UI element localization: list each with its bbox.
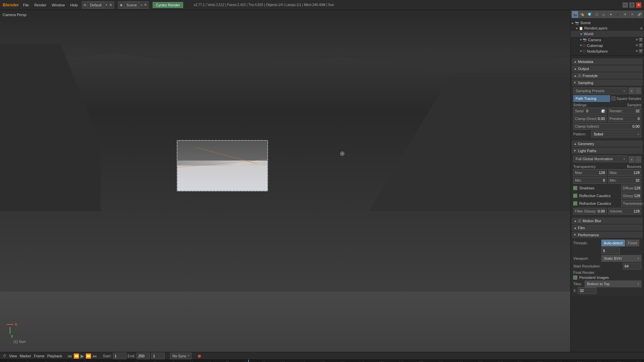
bounce-max-field[interactable]: Max: 128	[608, 169, 642, 176]
reflective-caustics-checkbox[interactable]	[573, 194, 577, 198]
fixed-button[interactable]: Fixed	[626, 240, 639, 246]
volume-field[interactable]: Volume: 128	[608, 208, 642, 215]
motion-blur-header[interactable]: ▸ Motion Blur	[572, 218, 643, 224]
world-icon-btn[interactable]: 🌍	[586, 11, 593, 18]
timeline-frame-btn[interactable]: Frame	[34, 354, 45, 358]
camera-render-icon[interactable]: 🎬	[639, 38, 643, 42]
cubemap-render-icon[interactable]: 🎬	[639, 44, 643, 47]
timeline-playback-btn[interactable]: Playback	[47, 354, 62, 358]
render-settings-icon[interactable]: 🎬	[572, 11, 578, 18]
viewport[interactable]: Camera Persp ⊕	[0, 10, 570, 352]
seed-field[interactable]: Seed 0 🎲	[573, 108, 607, 114]
light-paths-header[interactable]: ▾ Light Paths	[572, 147, 643, 154]
scene-tree-item-world[interactable]: ● World	[571, 31, 644, 37]
object-icon-btn[interactable]: ⬡	[593, 11, 600, 18]
static-bvh-dropdown[interactable]: Static BVH ▾	[601, 255, 641, 262]
diffuse-field[interactable]: Diffuse: 128	[621, 185, 641, 191]
scene-tree-item-nodesphere[interactable]: ▾ ⬡ NodeSphere 👁 🎬	[571, 48, 644, 54]
timeline-header: ⏱ View Marker Frame Playback ⏮ ⏪ ▶ ⏩ ⏭ S…	[0, 352, 644, 360]
metadata-header[interactable]: ▸ Metadata	[572, 58, 643, 65]
nodesphere-vis-icon[interactable]: 👁	[635, 49, 639, 53]
scene-tree-item-renderlayers[interactable]: ▾ 📋 RenderLayers ⊕	[571, 25, 644, 31]
timeline-body[interactable]: -50 -40 -30 -20 -10 0 10 20 30 40 50 60 …	[0, 360, 644, 362]
shadows-checkbox[interactable]	[573, 186, 577, 190]
no-sync-dropdown[interactable]: No Sync ▾	[170, 353, 192, 359]
filter-glossy-field[interactable]: Filter Glossy: 0.00	[573, 208, 607, 215]
tiles-order-dropdown[interactable]: Bottom to Top ▾	[585, 281, 641, 287]
maximize-button[interactable]: □	[629, 2, 635, 8]
render-samples-field[interactable]: Render: 32	[608, 108, 642, 114]
menu-render[interactable]: Render	[34, 3, 46, 7]
refractive-caustics-checkbox[interactable]	[573, 201, 577, 205]
transparency-min-field[interactable]: Min: 8	[573, 177, 607, 184]
output-header[interactable]: ▸ Output	[572, 65, 643, 72]
timeline-icon-btn-3[interactable]: ▶	[80, 353, 84, 359]
mesh-icon-btn[interactable]: △	[600, 11, 607, 18]
timeline-icon-btn-5[interactable]: ⏭	[93, 353, 97, 359]
scene-icon-btn[interactable]: 🎭	[579, 11, 585, 18]
geometry-header[interactable]: ▸ Geometry	[572, 140, 643, 147]
camera-vis-icon[interactable]: 👁	[635, 38, 639, 42]
preview-samples-field[interactable]: Preview: 0	[608, 115, 642, 122]
sampling-preset-remove[interactable]: -	[635, 87, 641, 94]
bounce-min-field[interactable]: Min: 32	[608, 177, 642, 184]
start-value-field[interactable]: 1	[113, 353, 126, 359]
physics-icon-btn[interactable]: ⚛	[629, 11, 635, 18]
transmission-field[interactable]: Transmission: 128	[621, 200, 641, 207]
persistent-images-checkbox[interactable]	[573, 276, 577, 280]
global-illum-remove[interactable]: -	[635, 156, 641, 163]
menu-file[interactable]: File	[23, 3, 29, 7]
sampling-preset-add[interactable]: +	[629, 87, 635, 94]
menu-window[interactable]: Window	[52, 3, 65, 7]
scene-add[interactable]: +	[141, 3, 143, 7]
particles-icon-btn[interactable]: ✦	[622, 11, 628, 18]
workspace-dropdown[interactable]: Default	[88, 2, 104, 8]
transparency-max-field[interactable]: Max: 128	[573, 169, 607, 176]
material-icon-btn[interactable]: ●	[607, 11, 614, 18]
scene-tree-item-cubemap[interactable]: ▾ ⬡ Cubemap 👁 🎬	[571, 43, 644, 48]
scene-tree-item-scene[interactable]: ▸ 📷 Scene	[571, 20, 644, 25]
seed-randomize-icon[interactable]: 🎲	[601, 109, 605, 113]
clamp-direct-field[interactable]: Clamp Direct: 0.00	[573, 115, 607, 122]
window-controls: ─ □ ✕	[623, 2, 641, 8]
path-tracing-button[interactable]: Path Tracing	[573, 95, 610, 102]
constraints-icon-btn[interactable]: 🔗	[636, 11, 643, 18]
square-samples-checkbox[interactable]	[611, 97, 615, 101]
scene-tree-item-camera[interactable]: ▾ 📷 Camera 👁 🎬	[571, 37, 644, 43]
playhead[interactable]	[248, 360, 249, 362]
render-engine-selector[interactable]: Cycles Render	[153, 2, 183, 8]
global-illum-add[interactable]: +	[629, 156, 635, 163]
timeline-icon-btn-2[interactable]: ⏪	[73, 353, 79, 359]
end-value-field[interactable]: 250	[137, 353, 150, 359]
global-illum-dropdown[interactable]: Full Global Illumination ▾	[573, 156, 627, 162]
cubemap-vis-icon[interactable]: 👁	[635, 44, 639, 47]
threads-count-field[interactable]: 6	[601, 247, 620, 254]
timeline-view-btn[interactable]: View	[9, 354, 17, 358]
timeline-record-btn[interactable]: ⏺	[197, 353, 202, 359]
clamp-indirect-field[interactable]: Clamp Indirect: 0.00	[573, 123, 641, 130]
scene-dropdown[interactable]: Scene	[124, 2, 139, 8]
timeline-icon-btn-4[interactable]: ⏩	[86, 353, 91, 359]
nodesphere-render-icon[interactable]: 🎬	[639, 49, 643, 53]
sampling-presets-dropdown[interactable]: Sampling Presets ▾	[573, 87, 627, 94]
freestyle-header[interactable]: ▸ Freestyle	[572, 72, 643, 79]
minimize-button[interactable]: ─	[623, 2, 628, 8]
auto-detect-button[interactable]: Auto-detect	[601, 240, 625, 246]
pattern-dropdown[interactable]: Sobol ▾	[591, 131, 641, 137]
close-button[interactable]: ✕	[636, 2, 641, 8]
renderlayers-btn[interactable]: ⊕	[640, 26, 643, 30]
timeline-icon-btn-1[interactable]: ⏮	[67, 353, 72, 359]
current-frame-field[interactable]: 1	[151, 353, 165, 359]
menu-help[interactable]: Help	[70, 3, 78, 7]
tiles-x-field[interactable]: 32	[578, 287, 596, 294]
sampling-header[interactable]: ▾ Sampling	[572, 79, 643, 86]
film-header[interactable]: ▸ Film	[572, 225, 643, 231]
performance-header[interactable]: ▾ Performance	[572, 232, 643, 238]
workspace-remove[interactable]: ✕	[109, 3, 112, 7]
glossy-field[interactable]: Glossy: 128	[621, 192, 641, 199]
workspace-add[interactable]: +	[105, 3, 108, 7]
start-resolution-field[interactable]: 64	[623, 263, 641, 269]
timeline-marker-btn[interactable]: Marker	[20, 354, 31, 358]
texture-icon-btn[interactable]: ⬛	[615, 11, 621, 18]
scene-remove[interactable]: ✕	[144, 3, 147, 7]
